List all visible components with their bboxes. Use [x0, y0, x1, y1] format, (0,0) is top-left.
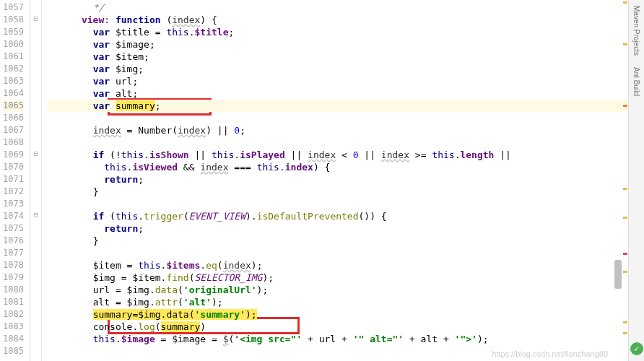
code-line[interactable]: this.isViewed && index === this.index) { — [48, 161, 644, 173]
fold-marker[interactable] — [30, 245, 41, 258]
fold-marker[interactable] — [30, 295, 41, 307]
fold-marker[interactable] — [30, 282, 41, 295]
marker-tick[interactable] — [623, 217, 627, 219]
fold-marker[interactable] — [30, 110, 41, 123]
sidebar-tab-ant[interactable]: Ant Build — [631, 63, 642, 100]
line-number: 1077 — [3, 247, 24, 259]
fold-marker[interactable] — [30, 184, 41, 196]
marker-tick[interactable] — [623, 271, 627, 273]
line-number: 1062 — [3, 63, 24, 75]
line-number: 1081 — [3, 296, 24, 308]
line-number: 1068 — [3, 136, 24, 149]
code-line[interactable] — [48, 112, 644, 124]
line-number: 1072 — [3, 186, 24, 198]
line-number: 1067 — [3, 124, 24, 136]
marker-tick[interactable] — [623, 332, 627, 334]
line-number: 1084 — [3, 333, 24, 345]
marker-tick[interactable] — [623, 43, 627, 45]
code-line[interactable]: index = Number(index) || 0; — [48, 124, 644, 136]
fold-marker[interactable] — [30, 221, 41, 233]
fold-marker[interactable] — [30, 344, 41, 356]
line-number-gutter: 1057105810591060106110621063106410651066… — [0, 0, 30, 361]
code-line[interactable]: } — [48, 235, 644, 247]
code-line[interactable]: var $item; — [48, 51, 644, 63]
code-line[interactable]: view: function (index) { — [48, 14, 644, 26]
fold-column[interactable]: ⊟⊟⊟ — [30, 0, 42, 361]
code-line[interactable]: var summary; — [48, 100, 644, 112]
code-line[interactable] — [48, 247, 644, 259]
code-line[interactable]: this.$image = $image = $('<img src="' + … — [48, 333, 644, 345]
fab-icon[interactable]: ✓ — [630, 342, 643, 355]
vertical-scrollbar[interactable] — [614, 0, 622, 361]
fold-marker[interactable]: ⊟ — [30, 12, 41, 25]
marker-stripe[interactable] — [622, 0, 628, 361]
sidebar-tab-maven[interactable]: Maven Projects — [631, 1, 642, 60]
code-editor[interactable]: 1057105810591060106110621063106410651066… — [0, 0, 644, 361]
code-line[interactable]: summary=$img.data('summary'); — [48, 308, 644, 321]
line-number: 1075 — [3, 222, 24, 235]
code-line[interactable] — [48, 136, 644, 149]
line-number: 1069 — [3, 149, 24, 161]
code-line[interactable]: $img = $item.find(SELECTOR_IMG); — [48, 271, 644, 284]
code-line[interactable]: return; — [48, 222, 644, 235]
code-line[interactable]: var url; — [48, 75, 644, 87]
fold-marker[interactable] — [30, 196, 41, 209]
fold-marker[interactable]: ⊟ — [30, 147, 41, 160]
fold-marker[interactable] — [30, 270, 41, 282]
right-tool-sidebar: Maven Projects Ant Build ✓ — [628, 0, 644, 361]
code-line[interactable]: if (this.trigger(EVENT_VIEW).isDefaultPr… — [48, 210, 644, 222]
line-number: 1074 — [3, 210, 24, 222]
fold-marker[interactable] — [30, 61, 41, 74]
line-number: 1078 — [3, 259, 24, 271]
line-number: 1063 — [3, 75, 24, 87]
line-number: 1060 — [3, 38, 24, 51]
fold-marker[interactable]: ⊟ — [30, 209, 41, 221]
code-line[interactable]: */ — [48, 1, 644, 14]
line-number: 1061 — [3, 51, 24, 63]
fold-marker[interactable] — [30, 0, 41, 12]
line-number: 1058 — [3, 14, 24, 26]
line-number: 1064 — [3, 87, 24, 100]
line-number: 1065 — [3, 100, 24, 112]
fold-marker[interactable] — [30, 233, 41, 245]
line-number: 1079 — [3, 271, 24, 284]
fold-marker[interactable] — [30, 74, 41, 86]
fold-marker[interactable] — [30, 25, 41, 37]
fold-marker[interactable] — [30, 86, 41, 98]
scrollbar-thumb[interactable] — [614, 260, 622, 289]
fold-marker[interactable] — [30, 135, 41, 147]
code-line[interactable]: return; — [48, 173, 644, 186]
fold-marker[interactable] — [30, 172, 41, 184]
code-line[interactable]: } — [48, 186, 644, 198]
fold-marker[interactable] — [30, 319, 41, 331]
code-line[interactable]: var $image; — [48, 38, 644, 51]
marker-tick[interactable] — [623, 321, 627, 323]
code-line[interactable]: alt = $img.attr('alt'); — [48, 296, 644, 308]
marker-tick[interactable] — [623, 253, 627, 255]
line-number: 1082 — [3, 308, 24, 321]
fold-marker[interactable] — [30, 160, 41, 172]
code-line[interactable]: var $title = this.$title; — [48, 26, 644, 38]
fold-marker[interactable] — [30, 37, 41, 49]
marker-tick[interactable] — [623, 105, 627, 107]
code-line[interactable]: url = $img.data('originalUrl'); — [48, 284, 644, 296]
line-number: 1066 — [3, 112, 24, 124]
fold-marker[interactable] — [30, 49, 41, 61]
code-line[interactable]: $item = this.$items.eq(index); — [48, 259, 644, 271]
fold-marker[interactable] — [30, 331, 41, 344]
line-number: 1083 — [3, 321, 24, 333]
fold-marker[interactable] — [30, 123, 41, 135]
code-line[interactable] — [48, 198, 644, 210]
line-number: 1073 — [3, 198, 24, 210]
fold-marker[interactable] — [30, 307, 41, 319]
code-line[interactable]: var alt; — [48, 87, 644, 100]
marker-tick[interactable] — [623, 188, 627, 190]
code-line[interactable]: if (!this.isShown || this.isPlayed || in… — [48, 149, 644, 161]
fold-marker[interactable] — [30, 258, 41, 270]
marker-tick[interactable] — [623, 1, 627, 4]
line-number: 1059 — [3, 26, 24, 38]
code-line[interactable]: var $img; — [48, 63, 644, 75]
fold-marker[interactable] — [30, 98, 41, 110]
code-area[interactable]: */ view: function (index) { var $title =… — [42, 0, 644, 361]
code-line[interactable]: console.log(summary) — [48, 321, 644, 333]
